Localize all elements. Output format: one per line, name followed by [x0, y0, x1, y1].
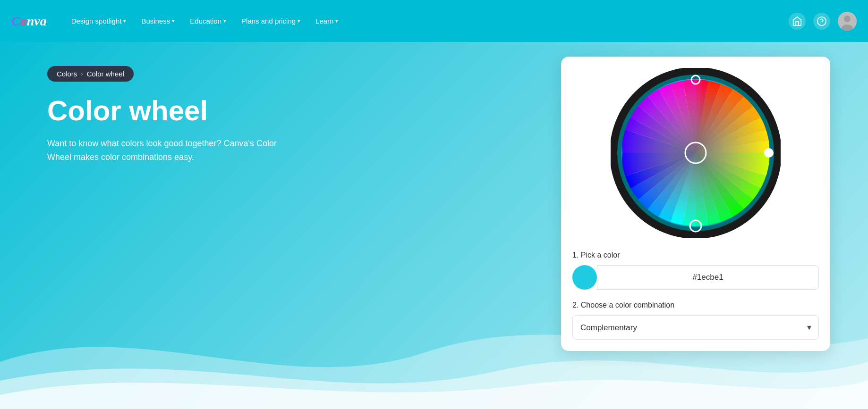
nav-item-business[interactable]: Business ▾: [136, 14, 180, 28]
navbar: Canva Design spotlight ▾ Business ▾ Educ…: [0, 0, 868, 42]
chevron-down-icon: ▾: [298, 18, 300, 24]
svg-point-15: [765, 149, 773, 157]
color-wheel-card: 1. Pick a color 2. Choose a color combin…: [561, 57, 830, 351]
nav-right: [789, 12, 857, 31]
nav-item-learn[interactable]: Learn ▾: [310, 14, 344, 28]
color-swatch[interactable]: [572, 265, 597, 290]
svg-point-3: [844, 16, 851, 22]
help-button[interactable]: [813, 13, 830, 30]
chevron-down-icon: ▾: [335, 18, 338, 24]
page-description: Want to know what colors look good toget…: [47, 137, 293, 164]
svg-point-9: [622, 80, 769, 226]
nav-item-design-spotlight[interactable]: Design spotlight ▾: [66, 14, 132, 28]
user-avatar[interactable]: [838, 12, 857, 31]
breadcrumb-separator: ›: [81, 70, 83, 77]
color-wheel-container: [572, 68, 819, 238]
chevron-down-icon: ▾: [223, 18, 226, 24]
color-hex-input[interactable]: [597, 265, 819, 290]
color-input-row: [572, 265, 819, 290]
breadcrumb[interactable]: Colors › Color wheel: [47, 66, 134, 82]
pick-color-label: 1. Pick a color: [572, 251, 819, 259]
combo-select[interactable]: Complementary Analogous Triadic Tetradic…: [572, 315, 819, 340]
breadcrumb-item-color-wheel[interactable]: Color wheel: [87, 70, 124, 78]
breadcrumb-item-colors[interactable]: Colors: [57, 70, 77, 78]
chevron-down-icon: ▾: [172, 18, 175, 24]
home-button[interactable]: [789, 13, 806, 30]
nav-items: Design spotlight ▾ Business ▾ Education …: [66, 14, 344, 28]
combo-select-wrapper: Complementary Analogous Triadic Tetradic…: [572, 315, 819, 340]
nav-item-plans-pricing[interactable]: Plans and pricing ▾: [236, 14, 306, 28]
combo-label: 2. Choose a color combination: [572, 301, 819, 309]
nav-item-education[interactable]: Education ▾: [184, 14, 232, 28]
page-title: Color wheel: [47, 94, 208, 127]
chevron-down-icon: ▾: [123, 18, 126, 24]
canva-logo[interactable]: Canva: [11, 14, 47, 29]
color-wheel-svg[interactable]: [611, 68, 781, 238]
